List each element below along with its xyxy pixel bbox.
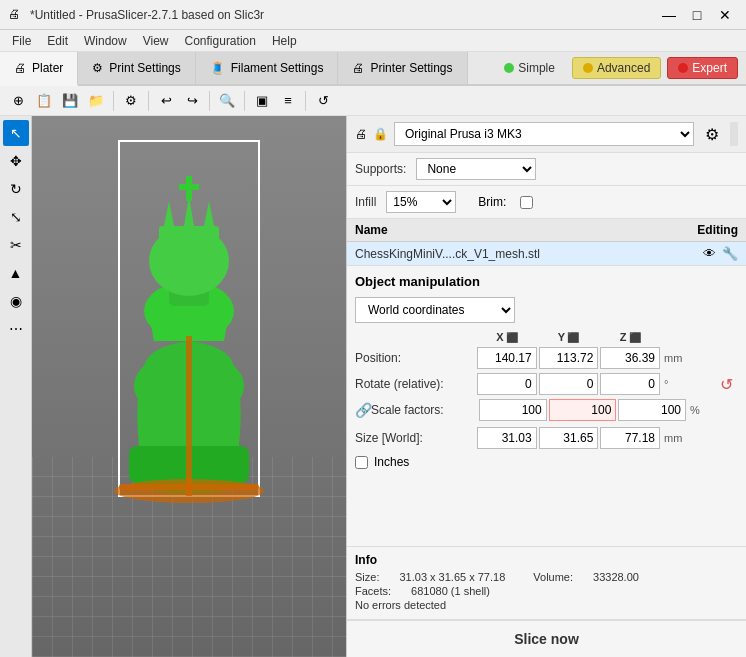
position-z-input[interactable] — [600, 347, 660, 369]
position-unit: mm — [662, 352, 712, 364]
plater-icon: 🖨 — [14, 61, 26, 75]
menu-view[interactable]: View — [135, 32, 177, 50]
viewport[interactable] — [32, 116, 346, 657]
toolbar-copy[interactable]: 📋 — [32, 89, 56, 113]
scale-y-input[interactable] — [549, 399, 617, 421]
close-button[interactable]: ✕ — [712, 5, 738, 25]
rotate-unit: ° — [662, 378, 712, 390]
inches-label: Inches — [374, 455, 409, 469]
mode-simple-label: Simple — [518, 61, 555, 75]
tool-move[interactable]: ✥ — [3, 148, 29, 174]
rotate-reset-button[interactable]: ↺ — [714, 375, 738, 394]
table-row[interactable]: ChessKingMiniV....ck_V1_mesh.stl 👁 🔧 — [347, 242, 746, 265]
printer-settings-button[interactable]: ⚙ — [700, 122, 724, 146]
toolbar-open[interactable]: 📁 — [84, 89, 108, 113]
toolbar-list[interactable]: ≡ — [276, 89, 300, 113]
lock-icon: 🔒 — [373, 127, 388, 141]
col-name-header: Name — [355, 223, 697, 237]
toolbar-save[interactable]: 💾 — [58, 89, 82, 113]
maximize-button[interactable]: □ — [684, 5, 710, 25]
size-z-input[interactable] — [600, 427, 660, 449]
toolbar-zoom[interactable]: 🔍 — [215, 89, 239, 113]
edit-icon[interactable]: 🔧 — [722, 246, 738, 261]
tab-filament-settings[interactable]: 🧵 Filament Settings — [196, 52, 339, 84]
toolbar-add[interactable]: ⊕ — [6, 89, 30, 113]
info-size-value: 31.03 x 31.65 x 77.18 — [399, 571, 505, 583]
printer-select[interactable]: Original Prusa i3 MK3 — [394, 122, 694, 146]
tool-cut[interactable]: ✂ — [3, 232, 29, 258]
scale-label: Scale factors: — [371, 403, 477, 417]
tool-rotate[interactable]: ↻ — [3, 176, 29, 202]
left-toolbar: ↖ ✥ ↻ ⤡ ✂ ▲ ◉ ⋯ — [0, 116, 32, 657]
toolbar-reset[interactable]: ↺ — [311, 89, 335, 113]
tab-printer-settings[interactable]: 🖨 Printer Settings — [338, 52, 467, 84]
object-list-header: Name Editing — [347, 219, 746, 242]
infill-label: Infill — [355, 195, 376, 209]
position-label: Position: — [355, 351, 475, 365]
menu-edit[interactable]: Edit — [39, 32, 76, 50]
svg-rect-12 — [186, 336, 192, 496]
rotate-z-input[interactable] — [600, 373, 660, 395]
toolbar-sep-5 — [305, 91, 306, 111]
y-axis-label: Y — [558, 331, 565, 343]
rotate-y-input[interactable] — [539, 373, 599, 395]
toolbar-undo[interactable]: ↩ — [154, 89, 178, 113]
manipulation-section: Object manipulation World coordinates Lo… — [347, 266, 746, 546]
menu-help[interactable]: Help — [264, 32, 305, 50]
tool-scale[interactable]: ⤡ — [3, 204, 29, 230]
size-label: Size [World]: — [355, 431, 475, 445]
tab-bar: 🖨 Plater ⚙ Print Settings 🧵 Filament Set… — [0, 52, 746, 86]
tool-seam[interactable]: ◉ — [3, 288, 29, 314]
y-header: Y ⬛ — [539, 331, 599, 343]
slice-now-button[interactable]: Slice now — [347, 619, 746, 657]
size-x-input[interactable] — [477, 427, 537, 449]
size-y-input[interactable] — [539, 427, 599, 449]
tool-select[interactable]: ↖ — [3, 120, 29, 146]
tool-more[interactable]: ⋯ — [3, 316, 29, 342]
mode-advanced-label: Advanced — [597, 61, 650, 75]
visibility-icon[interactable]: 👁 — [703, 246, 716, 261]
window-controls: — □ ✕ — [656, 5, 738, 25]
tool-support[interactable]: ▲ — [3, 260, 29, 286]
inches-checkbox[interactable] — [355, 456, 368, 469]
inches-row: Inches — [355, 455, 738, 469]
menu-bar: File Edit Window View Configuration Help — [0, 30, 746, 52]
tab-print-settings[interactable]: ⚙ Print Settings — [78, 52, 195, 84]
toolbar-view[interactable]: ▣ — [250, 89, 274, 113]
toolbar-redo[interactable]: ↪ — [180, 89, 204, 113]
info-errors-text: No errors detected — [355, 599, 446, 611]
print-icon: ⚙ — [92, 61, 103, 75]
position-row: Position: mm — [355, 347, 738, 369]
info-section: Info Size: 31.03 x 31.65 x 77.18 Volume:… — [347, 546, 746, 619]
toolbar-sep-2 — [148, 91, 149, 111]
minimize-button[interactable]: — — [656, 5, 682, 25]
toolbar-sep-1 — [113, 91, 114, 111]
svg-rect-15 — [179, 184, 199, 190]
info-errors-row: No errors detected — [355, 599, 738, 611]
printer-scrollbar[interactable] — [730, 122, 738, 146]
menu-window[interactable]: Window — [76, 32, 135, 50]
rotate-x-input[interactable] — [477, 373, 537, 395]
mode-advanced-button[interactable]: Advanced — [572, 57, 661, 79]
position-y-input[interactable] — [539, 347, 599, 369]
supports-select[interactable]: None Support on build plate only Everywh… — [416, 158, 536, 180]
mode-expert-button[interactable]: Expert — [667, 57, 738, 79]
menu-file[interactable]: File — [4, 32, 39, 50]
manipulation-title: Object manipulation — [355, 274, 738, 289]
infill-select[interactable]: 5% 15% 20% — [386, 191, 456, 213]
object-name: ChessKingMiniV....ck_V1_mesh.stl — [355, 247, 697, 261]
scale-x-input[interactable] — [479, 399, 547, 421]
mode-simple-button[interactable]: Simple — [493, 57, 566, 79]
x-icon: ⬛ — [506, 332, 518, 343]
coordinate-system-select[interactable]: World coordinates Local coordinates — [355, 297, 515, 323]
tab-plater[interactable]: 🖨 Plater — [0, 52, 78, 86]
scale-z-input[interactable] — [618, 399, 686, 421]
scale-lock-icon[interactable]: 🔗 — [355, 402, 369, 418]
menu-configuration[interactable]: Configuration — [177, 32, 264, 50]
mode-expert-label: Expert — [692, 61, 727, 75]
position-x-input[interactable] — [477, 347, 537, 369]
tab-plater-label: Plater — [32, 61, 63, 75]
brim-checkbox[interactable] — [520, 196, 533, 209]
supports-label: Supports: — [355, 162, 406, 176]
toolbar-settings[interactable]: ⚙ — [119, 89, 143, 113]
